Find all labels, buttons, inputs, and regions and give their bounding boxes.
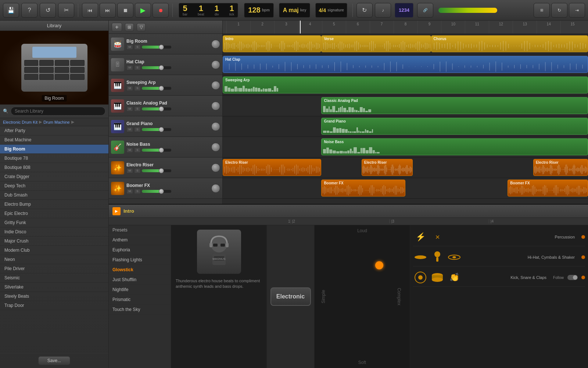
pad4[interactable] — [70, 60, 85, 66]
link-button[interactable]: 🔗 — [417, 3, 433, 18]
segment[interactable]: Noise Bass — [321, 138, 588, 155]
preset-item[interactable]: Touch the Sky — [109, 305, 171, 315]
scissors-button[interactable]: ✂ — [58, 3, 74, 18]
pad1[interactable] — [24, 60, 39, 66]
mute-btn[interactable]: M — [126, 45, 133, 50]
beat-play-button[interactable]: ▶ — [112, 207, 121, 215]
note-button[interactable]: ♪ — [375, 3, 391, 18]
preset-item[interactable]: Nightlife — [109, 285, 171, 295]
preset-item[interactable]: Glowstick — [109, 265, 171, 275]
solo-btn[interactable]: S — [134, 168, 141, 173]
xy-dot[interactable] — [375, 261, 383, 269]
library-item[interactable]: Silverlake — [0, 283, 108, 292]
solo-btn[interactable]: S — [134, 86, 141, 91]
mute-btn[interactable]: M — [126, 86, 133, 91]
segment[interactable]: Electro Riser — [533, 159, 588, 176]
kick-dot[interactable] — [581, 276, 585, 279]
library-item[interactable]: Epic Electro — [0, 209, 108, 218]
library-item[interactable]: Gritty Funk — [0, 218, 108, 227]
fast-forward-button[interactable]: ⏭ — [100, 3, 116, 18]
segment[interactable]: Electro Riser — [223, 159, 321, 176]
library-item[interactable]: Pile Driver — [0, 264, 108, 273]
fader-knob[interactable] — [159, 189, 164, 194]
solo-btn[interactable]: S — [134, 148, 141, 153]
help-button[interactable]: ? — [21, 3, 37, 18]
percussion-dot[interactable] — [581, 235, 585, 239]
library-item[interactable]: Neon — [0, 255, 108, 264]
save-button[interactable]: 💾 — [3, 3, 19, 18]
track-fader[interactable] — [142, 190, 171, 193]
preset-item[interactable]: Euphoria — [109, 245, 171, 255]
segment[interactable]: Verse — [321, 35, 431, 52]
track-fader[interactable] — [142, 128, 171, 131]
solo-btn[interactable]: S — [134, 189, 141, 194]
cycle-button[interactable]: ↻ — [356, 3, 373, 18]
signature-display[interactable]: 4/4 signature — [315, 3, 347, 18]
play-button[interactable]: ▶ — [135, 3, 151, 18]
pad3[interactable] — [55, 60, 69, 66]
fader-knob[interactable] — [159, 106, 164, 112]
mute-btn[interactable]: M — [126, 127, 133, 132]
add-track-button[interactable]: + — [112, 23, 122, 32]
volume-knob[interactable] — [211, 122, 220, 131]
library-item[interactable]: Trap Door — [0, 301, 108, 310]
solo-btn[interactable]: S — [134, 65, 141, 70]
key-display[interactable]: A maj key — [279, 3, 311, 18]
mute-btn[interactable]: M — [126, 65, 133, 70]
track-fader[interactable] — [142, 46, 171, 49]
pad12[interactable] — [70, 74, 85, 80]
mute-btn[interactable]: M — [126, 148, 133, 153]
volume-knob[interactable] — [211, 60, 220, 69]
fader-knob[interactable] — [159, 148, 164, 153]
search-input[interactable] — [11, 107, 105, 116]
mute-btn[interactable]: M — [126, 168, 133, 173]
library-item[interactable]: Electro Bump — [0, 200, 108, 209]
pad8[interactable] — [70, 67, 85, 73]
library-item[interactable]: Boutique 808 — [0, 163, 108, 172]
segment[interactable]: Boomer FX — [321, 180, 405, 197]
solo-btn[interactable]: S — [134, 45, 141, 50]
pad11[interactable] — [55, 74, 69, 80]
fader-knob[interactable] — [159, 127, 164, 132]
track-fader[interactable] — [142, 169, 171, 172]
segment[interactable]: Intro — [223, 35, 321, 52]
library-item[interactable]: Steely Beats — [0, 292, 108, 301]
library-item[interactable]: Boutique 78 — [0, 154, 108, 163]
preset-item[interactable]: Just Shufflin — [109, 275, 171, 285]
mixer-btn[interactable]: ↻ — [551, 3, 567, 18]
pad10[interactable] — [39, 74, 54, 80]
volume-knob[interactable] — [211, 163, 220, 172]
xy-pad-area[interactable]: Loud Soft Simple Complex — [315, 225, 410, 368]
library-item[interactable]: Crate Digger — [0, 172, 108, 181]
preset-item[interactable]: Flashing Lights — [109, 255, 171, 265]
record-button[interactable]: ⏺ — [153, 3, 169, 18]
fader-knob[interactable] — [159, 86, 164, 91]
stop-button[interactable]: ⏹ — [117, 3, 133, 18]
bpm-display[interactable]: 128 bpm — [244, 3, 273, 18]
hihat-dot[interactable] — [581, 255, 585, 259]
segment[interactable]: Boomer FX — [508, 180, 588, 197]
track-fader[interactable] — [142, 149, 171, 152]
mute-btn[interactable]: M — [126, 106, 133, 112]
solo-btn[interactable]: S — [134, 106, 141, 112]
library-item[interactable]: Modern Club — [0, 246, 108, 255]
rewind-button[interactable]: ⏮ — [82, 3, 98, 18]
pad7[interactable] — [55, 67, 69, 73]
segment[interactable]: Sweeping Arp — [223, 77, 588, 93]
segment[interactable]: Chorus — [431, 35, 588, 52]
library-item[interactable]: Beat Machine — [0, 135, 108, 145]
solo-btn[interactable]: S — [134, 127, 141, 132]
settings-btn[interactable]: ⇥ — [569, 3, 585, 18]
save-button[interactable]: Save... — [38, 356, 70, 365]
fader-knob[interactable] — [159, 65, 164, 70]
library-item[interactable]: Seismic — [0, 273, 108, 283]
pad6[interactable] — [39, 67, 54, 73]
library-item[interactable]: Indie Disco — [0, 227, 108, 237]
pad2[interactable] — [39, 60, 54, 66]
segment[interactable]: Classic Analog Pad — [321, 97, 588, 114]
master-volume[interactable] — [438, 8, 497, 13]
library-item[interactable]: Big Room — [0, 145, 108, 154]
breadcrumb-item1[interactable]: Electronic Drum Kit — [3, 120, 37, 124]
track-fader[interactable] — [142, 87, 171, 90]
xy-pad[interactable]: Loud Soft Simple Complex — [315, 225, 410, 368]
